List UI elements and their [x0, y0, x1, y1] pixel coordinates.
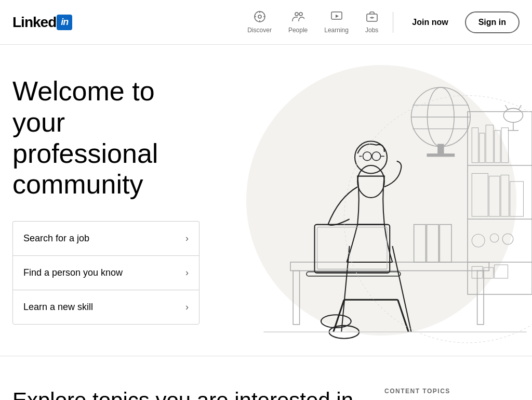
svg-point-39 — [503, 108, 523, 122]
svg-rect-49 — [440, 225, 451, 262]
learn-skill-button[interactable]: Learn a new skill › — [12, 290, 200, 325]
svg-rect-37 — [484, 267, 494, 278]
topics-title-area: Explore topics you are interested in — [12, 388, 353, 400]
svg-point-1 — [258, 15, 261, 18]
nav-people-label: People — [288, 27, 308, 34]
topics-title: Explore topics you are interested in — [12, 388, 353, 400]
nav-people[interactable]: People — [280, 6, 316, 38]
svg-rect-29 — [472, 173, 488, 216]
svg-point-34 — [490, 234, 499, 242]
hero-title: Welcome to your professional community — [12, 76, 210, 200]
svg-rect-24 — [472, 128, 478, 163]
logo-in: in — [57, 15, 72, 30]
svg-line-40 — [505, 105, 508, 109]
svg-rect-19 — [427, 153, 455, 157]
hero-section: Welcome to your professional community S… — [0, 45, 532, 356]
svg-rect-28 — [501, 128, 508, 163]
topics-content: CONTENT TOPICS See All TopicsRemoteWork … — [384, 388, 520, 400]
search-job-label: Search for a job — [23, 233, 89, 244]
nav-jobs-label: Jobs — [365, 27, 378, 34]
svg-rect-25 — [480, 133, 485, 163]
discover-icon — [254, 10, 266, 24]
main-nav: Discover People Learning — [239, 6, 520, 38]
find-person-button[interactable]: Find a person you know › — [12, 255, 200, 290]
svg-point-33 — [472, 234, 485, 247]
hero-actions: Search for a job › Find a person you kno… — [12, 221, 200, 325]
nav-learning[interactable]: Learning — [316, 6, 357, 38]
svg-point-57 — [363, 152, 372, 161]
svg-line-51 — [398, 300, 409, 332]
nav-actions: Join now Sign in — [400, 11, 520, 33]
svg-rect-66 — [317, 227, 387, 269]
svg-rect-48 — [427, 225, 438, 262]
learning-icon — [330, 10, 343, 24]
svg-rect-18 — [437, 144, 444, 155]
nav-jobs[interactable]: Jobs — [357, 6, 387, 38]
svg-rect-32 — [510, 182, 524, 216]
svg-rect-47 — [414, 225, 426, 262]
nav-discover-label: Discover — [247, 27, 272, 34]
nav-learning-label: Learning — [324, 27, 349, 34]
find-person-chevron: › — [185, 267, 189, 278]
site-header: Linkedin Discover — [0, 0, 532, 45]
people-icon — [292, 10, 304, 24]
jobs-icon — [366, 10, 378, 24]
svg-rect-30 — [489, 176, 500, 217]
hero-content: Welcome to your professional community S… — [12, 76, 220, 325]
svg-rect-38 — [495, 265, 508, 278]
sign-in-button[interactable]: Sign in — [465, 11, 520, 33]
nav-divider — [393, 12, 393, 33]
find-person-label: Find a person you know — [23, 267, 123, 278]
svg-rect-65 — [315, 225, 390, 273]
svg-rect-26 — [486, 125, 493, 162]
svg-point-58 — [372, 152, 381, 161]
search-job-chevron: › — [185, 233, 189, 244]
svg-rect-27 — [495, 131, 500, 163]
svg-point-35 — [502, 234, 513, 244]
svg-point-6 — [295, 12, 298, 16]
nav-discover[interactable]: Discover — [239, 6, 280, 38]
svg-rect-45 — [293, 270, 299, 324]
logo-text: Linked — [12, 14, 56, 31]
logo[interactable]: Linkedin — [12, 14, 72, 31]
search-job-button[interactable]: Search for a job › — [12, 221, 200, 255]
hero-illustration — [210, 45, 532, 356]
topics-label: CONTENT TOPICS — [384, 388, 520, 395]
svg-rect-46 — [477, 270, 484, 324]
svg-point-7 — [299, 12, 302, 16]
join-now-button[interactable]: Join now — [400, 12, 460, 32]
learn-skill-label: Learn a new skill — [23, 302, 93, 313]
learn-skill-chevron: › — [185, 302, 189, 313]
svg-marker-9 — [336, 15, 339, 18]
topics-section: Explore topics you are interested in CON… — [0, 356, 532, 400]
svg-rect-31 — [501, 175, 509, 217]
